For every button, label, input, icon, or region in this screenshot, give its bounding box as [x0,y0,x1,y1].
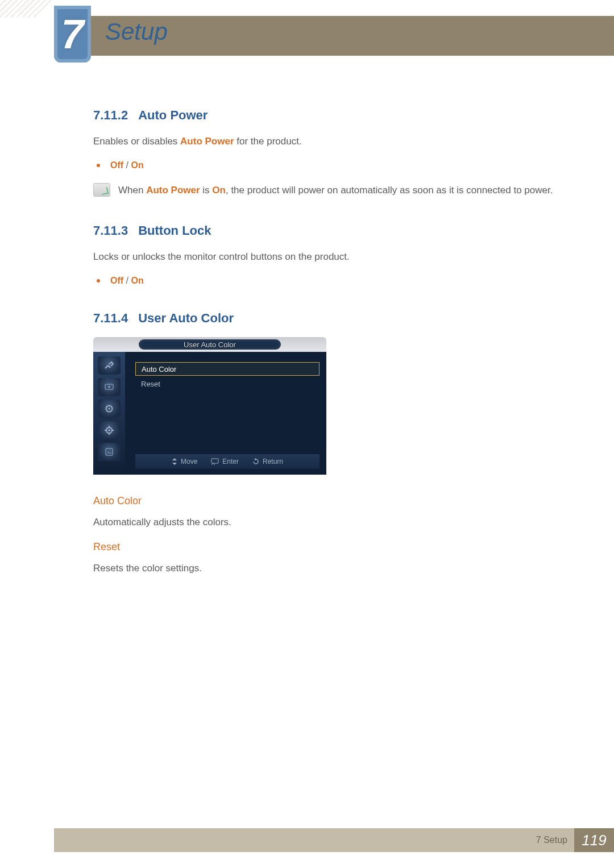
osd-side-icon-gear [98,421,121,439]
chapter-badge: 7 [54,6,91,63]
section-heading: 7.11.2Auto Power [93,108,591,123]
osd-side-icon-screen [98,378,121,396]
section-button-lock: 7.11.3Button Lock Locks or unlocks the m… [93,223,591,286]
osd-footer: Move Enter Return [135,454,320,469]
section-user-auto-color: 7.11.4User Auto Color User Auto Color [93,311,591,576]
osd-hint-move: Move [172,458,197,466]
footer-page-number: 119 [574,828,614,852]
section-title: Button Lock [138,223,211,238]
term-auto-power: Auto Power [180,136,234,147]
osd-side-icon-tools [98,356,121,375]
osd-hint-return: Return [252,458,283,466]
option-off: Off [110,160,123,170]
osd-title: User Auto Color [184,340,236,349]
sub-desc-auto-color: Automatically adjusts the colors. [93,515,591,530]
note: When Auto Power is On, the product will … [93,183,591,198]
option-off: Off [110,276,123,285]
page-footer: 7 Setup 119 [54,828,614,852]
osd-item-reset: Reset [135,377,320,391]
osd-sidebar [93,352,125,475]
osd-title-bar: User Auto Color [93,337,326,352]
section-number: 7.11.3 [93,223,128,238]
option-line: Off / On [93,160,591,171]
option-line: Off / On [93,276,591,286]
svg-point-14 [108,429,110,431]
page-content: 7.11.2Auto Power Enables or disables Aut… [93,108,591,601]
section-description: Enables or disables Auto Power for the p… [93,134,591,149]
osd-body: Auto Color Reset Move Enter [93,352,326,475]
section-description: Locks or unlocks the monitor control but… [93,250,591,264]
return-icon [252,458,259,465]
section-title: User Auto Color [138,311,234,325]
updown-icon [172,458,177,465]
chapter-number: 7 [61,11,84,57]
subhead-auto-color: Auto Color [93,495,591,507]
note-text: When Auto Power is On, the product will … [118,183,553,198]
svg-point-10 [109,386,110,388]
section-title: Auto Power [138,108,208,122]
svg-rect-20 [211,459,218,463]
chapter-title: Setup [105,18,168,45]
subhead-reset: Reset [93,541,591,553]
svg-rect-19 [106,448,113,455]
bullet-icon [97,279,100,283]
section-auto-power: 7.11.2Auto Power Enables or disables Aut… [93,108,591,198]
osd-hint-enter: Enter [211,458,239,466]
corner-decoration [0,0,54,17]
svg-line-7 [28,0,54,17]
section-number: 7.11.4 [93,311,128,325]
note-icon [93,183,110,197]
osd-screenshot: User Auto Color Auto Color Reset [93,337,326,475]
enter-icon [211,458,219,465]
osd-side-icon-circle [98,400,121,418]
osd-item-auto-color: Auto Color [135,362,320,376]
sub-desc-reset: Resets the color settings. [93,561,591,576]
section-number: 7.11.2 [93,108,128,122]
osd-main: Auto Color Reset Move Enter [125,352,326,475]
footer-chapter-label: 7 Setup [536,835,567,845]
option-on: On [131,276,143,285]
osd-side-icon-page [98,443,121,461]
svg-point-12 [109,408,110,410]
section-heading: 7.11.3Button Lock [93,223,591,238]
bullet-icon [97,164,100,167]
section-heading: 7.11.4User Auto Color [93,311,591,326]
option-on: On [131,160,143,170]
